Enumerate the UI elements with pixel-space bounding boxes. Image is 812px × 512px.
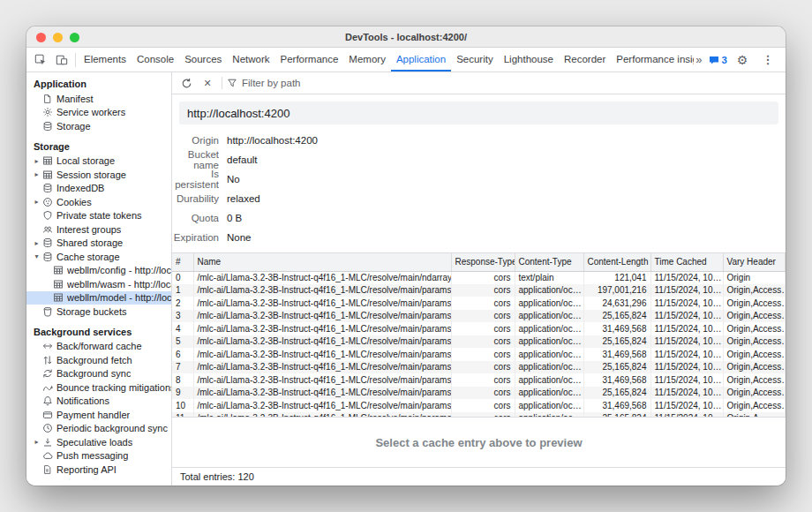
table-row[interactable]: 1/mlc-ai/Llama-3.2-3B-Instruct-q4f16_1-M… [172, 284, 786, 297]
delete-selected-icon[interactable]: ✕ [198, 73, 217, 93]
meta-value: None [227, 232, 252, 243]
sidebar-item-bounce-tracking-mitigations[interactable]: Bounce tracking mitigations [26, 380, 171, 395]
zoom-window-button[interactable] [70, 33, 79, 42]
chevron-down-icon[interactable]: ▾ [32, 252, 41, 260]
table-row[interactable]: 10/mlc-ai/Llama-3.2-3B-Instruct-q4f16_1-… [172, 399, 786, 412]
filter-by-path-input[interactable]: Filter by path [227, 78, 300, 88]
sidebar-item-back-forward-cache[interactable]: Back/forward cache [26, 340, 171, 354]
more-tabs-icon[interactable]: » [694, 53, 703, 66]
cell-content-type: application/oc… [515, 399, 583, 412]
sidebar-item-session-storage[interactable]: ▸Session storage [26, 168, 171, 182]
tab-console[interactable]: Console [132, 48, 179, 72]
tab-network[interactable]: Network [227, 48, 274, 72]
table-row[interactable]: 8/mlc-ai/Llama-3.2-3B-Instruct-q4f16_1-M… [172, 373, 786, 387]
tab-recorder[interactable]: Recorder [559, 48, 611, 72]
sidebar-item-cookies[interactable]: ▸Cookies [26, 195, 171, 209]
table-row[interactable]: 5/mlc-ai/Llama-3.2-3B-Instruct-q4f16_1-M… [172, 335, 786, 349]
kebab-menu-icon[interactable]: ⋮ [757, 49, 778, 71]
inspect-element-icon[interactable] [30, 49, 51, 71]
chevron-right-icon[interactable]: ▸ [32, 239, 41, 247]
table-row[interactable]: 6/mlc-ai/Llama-3.2-3B-Instruct-q4f16_1-M… [172, 348, 786, 361]
chevron-right-icon[interactable]: ▸ [32, 170, 41, 178]
cell-: 2 [172, 297, 193, 310]
cell-response-type: cors [451, 387, 515, 400]
people-icon [41, 224, 53, 235]
cell-time-cached: 11/15/2024, 10… [650, 348, 723, 361]
sidebar-item-storage[interactable]: Storage [26, 119, 171, 133]
sidebar-item-indexeddb[interactable]: IndexedDB [26, 182, 171, 196]
device-toolbar-icon[interactable] [51, 49, 72, 71]
sidebar-item-push-messaging[interactable]: Push messaging [26, 449, 171, 463]
cell-response-type: cors [451, 399, 515, 412]
table-row[interactable]: 0/mlc-ai/Llama-3.2-3B-Instruct-q4f16_1-M… [172, 271, 786, 284]
chevron-right-icon[interactable]: ▸ [32, 438, 41, 446]
tab-security[interactable]: Security [451, 48, 499, 72]
sidebar-item-private-state-tokens[interactable]: Private state tokens [26, 209, 171, 223]
devtools-content: ApplicationManifestService workersStorag… [26, 72, 786, 486]
sidebar-item-webllm-config-http-loc[interactable]: webllm/config - http://loc… [26, 264, 171, 278]
sidebar-item-payment-handler[interactable]: Payment handler [26, 408, 171, 422]
sidebar-item-interest-groups[interactable]: Interest groups [26, 222, 171, 237]
sidebar-item-notifications[interactable]: Notifications [26, 395, 171, 409]
cell-content-length: 25,165,824 [583, 387, 650, 400]
close-window-button[interactable] [36, 33, 46, 42]
tab-lighthouse[interactable]: Lighthouse [499, 48, 559, 72]
sync-icon [41, 368, 53, 379]
window-titlebar[interactable]: DevTools - localhost:4200/ [26, 26, 786, 48]
sidebar-item-label: Manifest [56, 94, 94, 104]
column-header-response-type[interactable]: Response-Type [451, 253, 515, 271]
bucket-icon [41, 306, 53, 317]
sidebar-item-background-sync[interactable]: Background sync [26, 367, 171, 381]
column-header-[interactable]: # [172, 253, 193, 271]
cell-name: /mlc-ai/Llama-3.2-3B-Instruct-q4f16_1-ML… [193, 335, 451, 349]
column-header-time-cached[interactable]: Time Cached [650, 253, 723, 271]
sidebar-item-reporting-api[interactable]: Reporting API [26, 463, 171, 477]
messages-badge[interactable]: 3 [709, 55, 727, 65]
sidebar-item-manifest[interactable]: Manifest [26, 92, 171, 106]
minimize-window-button[interactable] [53, 33, 63, 42]
table-row[interactable]: 2/mlc-ai/Llama-3.2-3B-Instruct-q4f16_1-M… [172, 297, 786, 310]
refresh-icon[interactable] [177, 73, 196, 93]
sidebar-item-speculative-loads[interactable]: ▸Speculative loads [26, 435, 171, 449]
column-header-name[interactable]: Name [193, 253, 451, 271]
application-sidebar: ApplicationManifestService workersStorag… [26, 72, 172, 486]
sidebar-item-local-storage[interactable]: ▸Local storage [26, 154, 171, 169]
cell-response-type: cors [451, 271, 515, 284]
sidebar-item-shared-storage[interactable]: ▸Shared storage [26, 237, 171, 251]
sidebar-item-periodic-background-sync[interactable]: Periodic background sync [26, 422, 171, 436]
tab-performance[interactable]: Performance [275, 48, 344, 72]
tab-application[interactable]: Application [391, 48, 451, 72]
table-icon [41, 155, 53, 166]
cell-content-type: application/oc… [515, 310, 583, 323]
cell-vary-header: Origin,Access… [723, 310, 786, 323]
tab-elements[interactable]: Elements [79, 48, 132, 72]
database-icon [41, 252, 53, 262]
tab-sources[interactable]: Sources [179, 48, 227, 72]
table-row[interactable]: 4/mlc-ai/Llama-3.2-3B-Instruct-q4f16_1-M… [172, 322, 786, 335]
sidebar-item-background-fetch[interactable]: Background fetch [26, 353, 171, 367]
cell-name: /mlc-ai/Llama-3.2-3B-Instruct-q4f16_1-ML… [193, 387, 451, 400]
sidebar-item-storage-buckets[interactable]: Storage buckets [26, 305, 171, 319]
tab-performance-insights[interactable]: Performance insights [611, 48, 694, 72]
sidebar-section-title: Application [26, 76, 171, 92]
sidebar-item-cache-storage[interactable]: ▾Cache storage [26, 250, 171, 264]
clock-icon [41, 423, 53, 433]
table-row[interactable]: 9/mlc-ai/Llama-3.2-3B-Instruct-q4f16_1-M… [172, 387, 786, 400]
sidebar-item-webllm-wasm-http-loca[interactable]: webllm/wasm - http://loca… [26, 277, 171, 291]
settings-gear-icon[interactable]: ⚙ [732, 49, 753, 71]
table-row[interactable]: 3/mlc-ai/Llama-3.2-3B-Instruct-q4f16_1-M… [172, 310, 786, 323]
tab-memory[interactable]: Memory [343, 48, 391, 72]
cell-time-cached: 11/15/2024, 10… [650, 373, 723, 387]
chevron-right-icon[interactable]: ▸ [32, 198, 41, 206]
sidebar-item-service-workers[interactable]: Service workers [26, 106, 171, 120]
column-header-content-length[interactable]: Content-Length [583, 253, 650, 271]
meta-row-durability: Durabilityrelaxed [172, 189, 786, 208]
column-header-vary-header[interactable]: Vary Header [723, 253, 786, 271]
filter-placeholder: Filter by path [242, 78, 300, 88]
chevron-right-icon[interactable]: ▸ [32, 157, 41, 165]
table-row[interactable]: 7/mlc-ai/Llama-3.2-3B-Instruct-q4f16_1-M… [172, 361, 786, 374]
cell-name: /mlc-ai/Llama-3.2-3B-Instruct-q4f16_1-ML… [193, 399, 451, 412]
sidebar-item-label: Background fetch [56, 355, 132, 365]
sidebar-item-webllm-model-http-loc[interactable]: webllm/model - http://loc… [26, 291, 171, 305]
column-header-content-type[interactable]: Content-Type [515, 253, 583, 271]
